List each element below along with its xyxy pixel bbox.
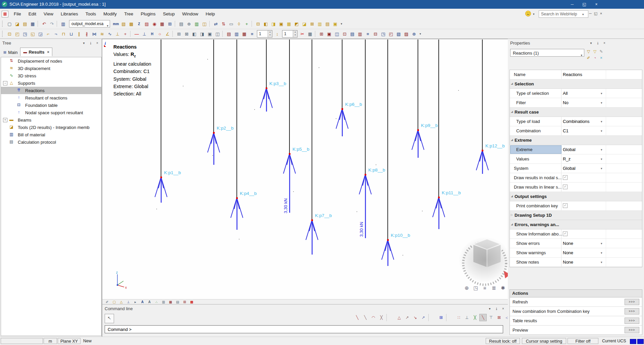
toolbar-icon[interactable] [130,31,132,37]
toolbar-icon[interactable]: ⊕ [185,20,193,27]
tree-item[interactable]: + ▬ Beams [1,116,101,124]
snap-icon[interactable]: ↘ [412,314,419,321]
webhelp-search-input[interactable]: Search in WebHelp [539,10,588,18]
toolbar-icon[interactable]: ▥ [193,20,200,27]
tab-close-icon[interactable]: × [47,50,49,54]
tree-item[interactable]: ↑ Nodal space support resultant [1,109,101,116]
spinner-buttons[interactable]: ▴▾ [268,30,272,37]
menu-item[interactable]: Help [202,11,219,16]
toolbar-icon[interactable]: ≡ [364,30,371,38]
toolbar-icon[interactable]: ⊡ [341,30,348,38]
snap-icon[interactable]: ⊞ [437,314,445,321]
mdi-close-button[interactable]: × [598,11,604,16]
snap-icon[interactable]: ╲ [479,314,487,321]
dropdown-caret-icon[interactable]: ▾ [601,101,602,105]
toolbar-icon[interactable]: ◪ [301,20,308,27]
tree-item[interactable]: ▤ Calculation protocol [1,138,101,146]
property-row[interactable]: Show Information abo... ✓ [510,229,642,239]
status-cell[interactable]: Cursor snap setting [522,338,566,344]
checkbox[interactable]: ✓ [563,203,568,208]
minimize-button[interactable]: ─ [566,0,578,9]
toolbar-icon[interactable]: ◉ [151,20,158,27]
view-toolbar-icon[interactable]: ▢ [111,299,117,304]
toolbar-icon[interactable]: ◊ [235,20,243,27]
property-row[interactable]: ◢ Selection [510,79,642,89]
toolbar-icon[interactable]: ◧ [191,30,198,38]
toolbar-icon[interactable]: ◲ [37,30,44,38]
tab-results[interactable]: ▬ Results × [20,48,52,56]
selection-cursor-button[interactable]: ↖ [105,314,114,323]
toolbar-icon[interactable]: ◪ [14,20,21,27]
property-row[interactable]: Filter No ▾ [510,98,642,108]
snap-icon[interactable]: ↗ [404,314,411,321]
tree-expander[interactable]: − [3,81,7,85]
mdi-minimize-button[interactable]: ─ [588,11,593,16]
snap-icon[interactable]: ∷ [455,314,463,321]
status-cell[interactable]: Current UCS [602,338,629,344]
view-control-icon[interactable]: ⊕ [462,285,471,291]
action-row[interactable]: Table results >>> [510,316,642,326]
dropdown-caret-icon[interactable]: ▾ [601,148,602,151]
properties-tool-icon[interactable]: ◔ [592,55,598,61]
snap-icon[interactable]: ⊥ [463,314,471,321]
action-row[interactable]: Preview >>> [510,326,642,335]
toolbar-icon[interactable]: ◳ [380,30,387,38]
toolbar-icon[interactable]: ○ [156,30,163,38]
toolbar-icon[interactable]: ⊥ [141,30,148,38]
toolbar-icon[interactable]: ▨ [403,30,410,38]
view-control-icon[interactable]: ◳ [471,285,480,291]
toolbar-icon[interactable]: + [243,20,250,27]
chevron-down-icon[interactable]: ▾ [107,22,108,29]
snap-icon[interactable]: ╳ [378,314,385,321]
dropdown-caret-icon[interactable]: ▾ [601,261,602,264]
property-row[interactable]: Values R_z ▾ [510,154,642,164]
snap-icon[interactable]: ◠ [370,314,377,321]
toolbar-icon[interactable]: + [122,30,129,38]
action-button[interactable]: >>> [625,327,639,333]
properties-tool-icon[interactable]: ▽ [585,48,592,55]
panel-menu-icon[interactable]: ▾ [80,41,87,46]
view-toolbar-icon[interactable]: ▸ [132,299,139,304]
close-icon[interactable]: × [94,41,101,46]
view-toolbar-icon[interactable]: ✐ [104,299,110,304]
toolbar-icon[interactable]: ⋈ [91,30,98,38]
dropdown-caret-icon[interactable]: ▾ [601,167,602,170]
toolbar-icon[interactable]: ∦ [83,30,90,38]
snap-icon[interactable]: ╲ [362,314,369,321]
view-toolbar-icon[interactable]: ▤ [174,299,181,304]
property-row[interactable]: Name Reactions [510,70,642,79]
webhelp-caret-icon[interactable]: ▾ [582,13,584,16]
toolbar-icon[interactable]: ⇅ [220,20,227,27]
toolbar-icon[interactable]: ⊞ [175,30,182,38]
toolbar-icon[interactable]: ◱ [29,30,36,38]
property-row[interactable]: ▷ Drawing Setup 1D [510,211,642,220]
toolbar-icon[interactable]: ▭ [228,20,235,27]
property-row[interactable]: Combination C1 ▾ [510,126,642,136]
toolbar-icon[interactable]: ▤ [349,30,356,38]
snap-icon[interactable]: ⊠ [495,314,503,321]
toolbar-grip[interactable] [2,21,4,27]
tree-item[interactable]: ▥ Bill of material [1,131,101,138]
toolbar-icon[interactable]: ⊥ [114,30,121,38]
view-toolbar-icon[interactable]: ▥ [160,299,167,304]
toolbar-icon[interactable]: ▥ [357,30,364,38]
toolbar-icon[interactable]: ✂ [299,30,306,38]
status-cell[interactable]: Filter off [568,338,598,344]
toolbar-icon[interactable]: ⇄ [212,20,219,27]
toolbar-icon[interactable]: ▤ [225,30,232,38]
menu-item[interactable]: Window [178,11,202,16]
view-toolbar-icon[interactable]: ∴ [153,299,160,304]
tree-expander[interactable]: + [3,118,7,122]
menu-item[interactable]: Modify [100,11,120,16]
status-cell[interactable]: New [83,338,103,344]
toolbar-icon[interactable]: ⊠ [309,20,316,27]
property-row[interactable]: Draw results in linear s... ✓ [510,183,642,192]
dropdown-caret-icon[interactable]: ▾ [601,92,602,95]
toolbar-icon[interactable] [252,21,253,27]
navigation-cube[interactable] [456,231,508,287]
properties-tool-icon[interactable]: ▽ [592,48,598,55]
chevron-down-icon[interactable]: ▾ [581,52,582,59]
toolbar-icon[interactable]: ▦ [307,30,314,38]
close-button[interactable]: × [590,0,602,9]
toolbar-icon[interactable]: ▣ [278,20,285,27]
